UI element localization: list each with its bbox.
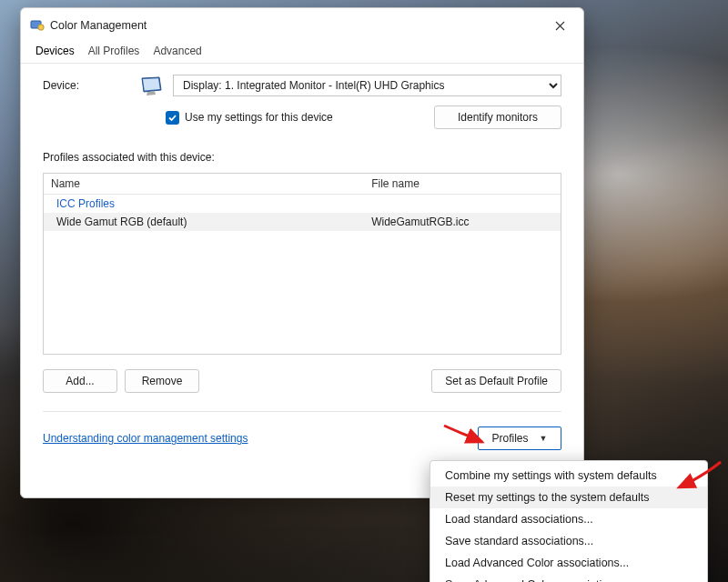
profiles-dropdown-button[interactable]: Profiles ▼ xyxy=(478,426,561,450)
device-select[interactable]: Display: 1. Integrated Monitor - Intel(R… xyxy=(173,75,561,96)
cell-name: Wide Gamut RGB (default) xyxy=(44,213,364,231)
menu-item[interactable]: Reset my settings to the system defaults xyxy=(430,487,707,508)
close-button[interactable] xyxy=(543,14,576,37)
cell-file: WideGamutRGB.icc xyxy=(364,213,561,231)
group-icc-profiles: ICC Profiles xyxy=(44,195,561,213)
chevron-down-icon: ▼ xyxy=(540,434,548,443)
settings-row: Use my settings for this device Identify… xyxy=(43,105,561,129)
profiles-associated-label: Profiles associated with this device: xyxy=(43,151,561,164)
divider xyxy=(43,411,561,412)
col-name-header[interactable]: Name xyxy=(44,174,364,194)
add-button[interactable]: Add... xyxy=(43,369,117,393)
tab-all-profiles[interactable]: All Profiles xyxy=(83,41,146,63)
menu-item[interactable]: Load Advanced Color associations... xyxy=(430,552,707,574)
close-icon xyxy=(555,21,565,31)
bottom-row: Understanding color management settings … xyxy=(43,426,561,450)
window-title: Color Management xyxy=(50,19,543,32)
tab-advanced[interactable]: Advanced xyxy=(147,41,207,63)
use-my-settings-label: Use my settings for this device xyxy=(185,111,333,124)
device-row: Device: Display: 1. Integrated Monitor -… xyxy=(43,75,561,96)
menu-item[interactable]: Combine my settings with system defaults xyxy=(430,465,707,487)
menu-item[interactable]: Save Advanced Color associations... xyxy=(430,574,707,582)
app-icon xyxy=(30,18,45,33)
titlebar: Color Management xyxy=(21,8,583,41)
profile-buttons-row: Add... Remove Set as Default Profile xyxy=(43,369,561,393)
identify-monitors-button[interactable]: Identify monitors xyxy=(434,105,561,129)
tab-devices[interactable]: Devices xyxy=(30,41,80,63)
menu-item[interactable]: Save standard associations... xyxy=(430,530,707,552)
tabstrip: Devices All Profiles Advanced xyxy=(21,41,583,64)
remove-button[interactable]: Remove xyxy=(125,369,199,393)
col-file-header[interactable]: File name xyxy=(364,174,561,194)
understanding-link[interactable]: Understanding color management settings xyxy=(43,432,248,445)
menu-item[interactable]: Load standard associations... xyxy=(430,508,707,530)
list-header: Name File name xyxy=(44,174,561,195)
device-label: Device: xyxy=(43,79,129,92)
profiles-list[interactable]: Name File name ICC Profiles Wide Gamut R… xyxy=(43,173,561,355)
svg-point-1 xyxy=(38,25,44,30)
use-my-settings-checkbox[interactable]: Use my settings for this device xyxy=(166,111,434,125)
color-management-window: Color Management Devices All Profiles Ad… xyxy=(20,7,584,498)
checkbox-checked-icon xyxy=(166,111,179,125)
set-default-profile-button[interactable]: Set as Default Profile xyxy=(431,369,561,393)
profiles-dropdown-menu: Combine my settings with system defaults… xyxy=(430,460,708,582)
list-row[interactable]: Wide Gamut RGB (default) WideGamutRGB.ic… xyxy=(44,213,561,231)
monitor-icon xyxy=(138,75,164,96)
list-body: ICC Profiles Wide Gamut RGB (default) Wi… xyxy=(44,195,561,354)
profiles-button-label: Profiles xyxy=(492,432,529,445)
tab-content: Device: Display: 1. Integrated Monitor -… xyxy=(21,64,583,497)
